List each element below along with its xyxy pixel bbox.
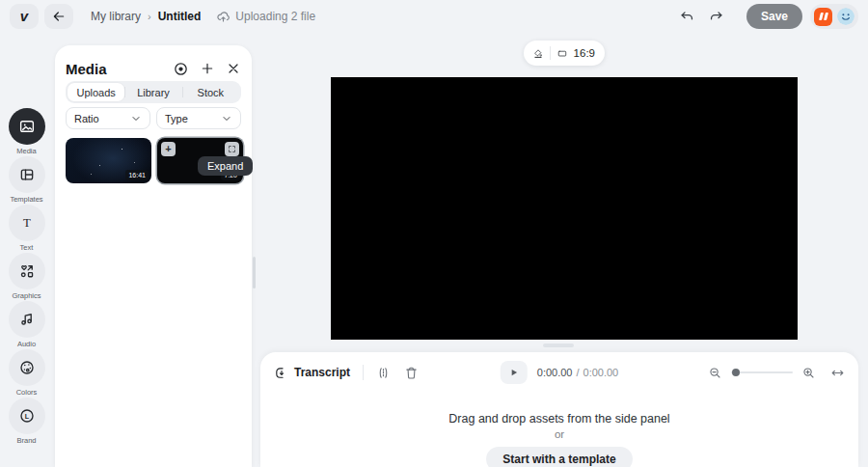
empty-state-message: Drag and drop assets from the side panel [260, 412, 858, 426]
add-media-button[interactable] [199, 61, 215, 77]
transcript-button[interactable]: Transcript [274, 366, 350, 380]
type-filter-dropdown[interactable]: Type [156, 107, 241, 129]
breadcrumb-separator-icon: › [148, 11, 151, 22]
media-icon [18, 118, 36, 135]
horizontal-arrows-icon [830, 366, 845, 380]
sidebar-item-label: Media [16, 147, 36, 155]
ratio-filter-dropdown[interactable]: Ratio [66, 107, 150, 129]
zoom-in-icon [801, 366, 816, 380]
play-icon [509, 368, 519, 377]
transcript-icon [274, 366, 288, 380]
upload-status-label: Uploading 2 file [235, 10, 315, 23]
video-canvas[interactable] [331, 77, 798, 340]
playback-controls: 0:00.00 / 0:00.00 [501, 361, 618, 384]
sidebar-item-label: Graphics [12, 291, 41, 300]
asset-thumbnail[interactable]: 16:41 [66, 138, 151, 183]
save-button[interactable]: Save [746, 4, 802, 29]
background-fill-icon[interactable] [533, 46, 543, 61]
delete-button[interactable] [404, 366, 419, 380]
timeline-panel: Transcript 0:00.00 / 0:00.00 [260, 352, 858, 467]
tool-rail: Media Templates T Text Graphics Audio Co… [0, 108, 53, 446]
sidebar-item-label: Templates [10, 195, 42, 204]
sidebar-item-audio[interactable]: Audio [0, 301, 53, 348]
sidebar-item-label: Colors [16, 388, 38, 397]
close-panel-button[interactable] [225, 61, 241, 77]
zoom-out-button[interactable] [708, 366, 722, 380]
zoom-controls [708, 366, 845, 380]
play-button[interactable] [501, 361, 528, 384]
media-filters: Ratio Type [66, 107, 241, 129]
sidebar-item-text[interactable]: T Text [0, 205, 53, 252]
tab-uploads[interactable]: Uploads [68, 83, 124, 101]
video-editor: v My library › Untitled Uploading 2 file… [0, 0, 868, 467]
svg-text:T: T [23, 216, 31, 230]
sidebar-item-colors[interactable]: Colors [0, 349, 53, 397]
tab-stock[interactable]: Stock [182, 83, 239, 101]
asset-duration-badge: 16:41 [125, 170, 149, 180]
chevron-down-icon [130, 113, 142, 124]
transcript-label: Transcript [294, 366, 350, 379]
graphics-icon [18, 262, 36, 280]
svg-text:L: L [24, 413, 29, 421]
trash-icon [404, 366, 419, 380]
top-bar: v My library › Untitled Uploading 2 file… [0, 0, 868, 33]
close-icon [226, 61, 241, 76]
redo-button[interactable] [706, 6, 727, 27]
account-pill [810, 4, 858, 29]
add-to-timeline-button[interactable]: + [161, 142, 176, 156]
breadcrumb-project-title[interactable]: Untitled [158, 10, 202, 23]
sidebar-item-label: Brand [16, 436, 36, 445]
zoom-in-button[interactable] [801, 366, 816, 380]
split-clip-button[interactable] [376, 366, 391, 380]
arrow-left-icon [51, 9, 67, 24]
avatar[interactable] [837, 8, 854, 25]
breadcrumb: My library › Untitled [91, 10, 201, 23]
media-panel: Media Uploads Library Stock Ratio [55, 45, 252, 467]
canvas-settings-pill: 16:9 [524, 41, 605, 66]
expand-asset-button[interactable] [225, 142, 239, 156]
back-button[interactable] [44, 4, 73, 29]
sidebar-item-templates[interactable]: Templates [0, 156, 53, 204]
cloud-upload-icon [216, 10, 231, 24]
vimeo-logo-button[interactable]: v [10, 4, 39, 29]
empty-state-or: or [260, 428, 858, 440]
timeline-zoom-slider[interactable] [731, 371, 793, 373]
ratio-filter-label: Ratio [74, 113, 99, 124]
text-icon: T [18, 214, 36, 232]
sidebar-item-media[interactable]: Media [0, 108, 53, 155]
panel-scrollbar[interactable] [253, 257, 256, 288]
zoom-out-icon [708, 366, 722, 380]
top-bar-actions: Save [677, 4, 858, 29]
sidebar-item-brand[interactable]: L Brand [0, 398, 53, 445]
sidebar-item-label: Audio [17, 340, 36, 348]
media-panel-header: Media [66, 59, 241, 78]
media-tabs: Uploads Library Stock [66, 81, 241, 103]
timeline-scroll-indicator[interactable] [543, 343, 574, 347]
plus-icon [200, 61, 215, 76]
colors-icon [18, 359, 36, 376]
split-icon [376, 366, 391, 380]
sidebar-item-label: Text [20, 243, 34, 252]
audio-icon [18, 311, 36, 328]
slider-knob[interactable] [732, 369, 740, 376]
sidebar-item-graphics[interactable]: Graphics [0, 253, 53, 300]
vimeo-logo-icon: v [20, 9, 28, 23]
tab-library[interactable]: Library [124, 83, 181, 101]
aspect-ratio-selector[interactable]: 16:9 [574, 47, 595, 59]
workspace-icon[interactable] [814, 8, 832, 26]
type-filter-label: Type [165, 113, 188, 124]
record-button[interactable] [173, 61, 189, 77]
avatar-face-icon [837, 8, 854, 25]
undo-icon [679, 9, 695, 25]
undo-button[interactable] [677, 6, 698, 27]
total-time: 0:00.00 [583, 367, 619, 378]
brand-icon: L [18, 407, 36, 425]
fit-timeline-button[interactable] [830, 366, 845, 380]
start-with-template-button[interactable]: Start with a template [486, 447, 632, 467]
aspect-frame-icon [557, 46, 567, 61]
time-display: 0:00.00 / 0:00.00 [537, 367, 618, 378]
redo-icon [708, 9, 724, 25]
chevron-down-icon [221, 113, 232, 124]
breadcrumb-library[interactable]: My library [91, 10, 141, 23]
current-time: 0:00.00 [537, 367, 573, 378]
